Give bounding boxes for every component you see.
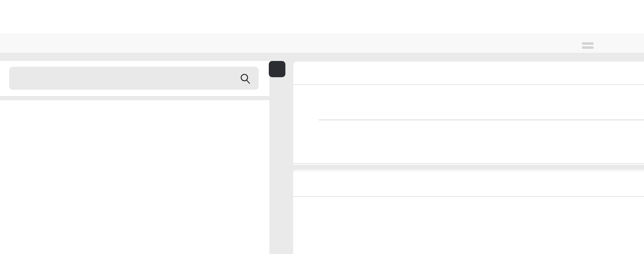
fields-panel <box>0 100 269 254</box>
collapse-sidebar-button[interactable] <box>269 61 285 77</box>
results-panel <box>293 62 644 165</box>
x-axis-line <box>319 120 644 120</box>
fields-header <box>0 104 269 117</box>
results-table-panel <box>293 169 644 254</box>
filter-fields-input[interactable] <box>9 67 259 90</box>
toolbar-band <box>0 34 644 53</box>
active-tab-indicator <box>293 82 347 85</box>
event-histogram <box>293 85 644 165</box>
results-table-header <box>293 169 644 197</box>
chart-bottom-border <box>293 163 644 164</box>
resize-drag-handle-icon[interactable] <box>582 42 593 49</box>
fields-search-panel <box>0 61 269 96</box>
app-root <box>0 0 644 254</box>
results-tabs <box>293 62 644 85</box>
query-editor[interactable] <box>0 0 644 34</box>
